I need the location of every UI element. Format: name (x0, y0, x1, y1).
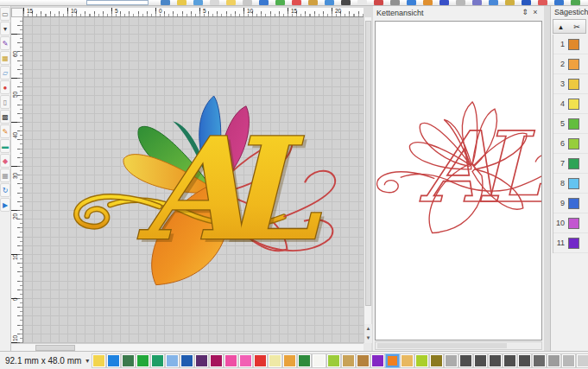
toolbar-icon-fragment[interactable] (275, 0, 285, 5)
toolbar-icon-fragment[interactable] (259, 0, 269, 5)
toolbar-icon-fragment[interactable] (177, 0, 187, 5)
toolbar-icon-fragment[interactable] (407, 0, 416, 5)
toolbar-icon-fragment[interactable] (554, 0, 564, 5)
palette-swatch[interactable] (533, 354, 546, 367)
palette-swatch[interactable] (371, 354, 384, 367)
toolbar-icon-fragment[interactable] (522, 0, 531, 5)
palette-swatch[interactable] (518, 354, 531, 367)
outline-horizontal-scrollbar[interactable] (375, 341, 542, 350)
thread-color-row[interactable]: 3 (553, 74, 588, 94)
scroll-up-icon[interactable]: ▲ (364, 324, 372, 334)
palette-swatch[interactable] (327, 354, 340, 367)
outline-hscroll-thumb[interactable] (377, 343, 507, 348)
palette-swatch[interactable] (547, 354, 560, 367)
thread-color-row[interactable]: 2 (553, 54, 588, 74)
canvas-horizontal-scrollbar[interactable] (11, 343, 364, 351)
outline-preview[interactable]: AL (375, 21, 542, 340)
toolbar-icon-fragment[interactable] (489, 0, 498, 5)
palette-icon[interactable]: ▦ (0, 51, 10, 65)
scroll-down-icon[interactable]: ▼ (364, 334, 372, 343)
palette-swatch[interactable] (474, 354, 487, 367)
dock-toggle-icon[interactable]: ⇕ (520, 8, 530, 18)
toolbar-icon-fragment[interactable] (308, 0, 318, 5)
palette-swatch[interactable] (430, 354, 443, 367)
toolbar-icon-fragment[interactable] (374, 0, 383, 5)
monogram[interactable]: AL (137, 106, 322, 271)
toolbar-icon-fragment[interactable] (357, 0, 367, 5)
color-panel-toolbar[interactable]: ▴✂ (553, 19, 586, 34)
palette-swatch[interactable] (459, 354, 472, 367)
left-toolbar[interactable]: ▭▾✎▦▱●▯▩✎▬◆▦↻▶ (0, 6, 11, 351)
palette-swatch[interactable] (180, 354, 193, 367)
toolbar-icon-fragment[interactable] (423, 0, 433, 5)
palette-swatch[interactable] (224, 354, 237, 367)
thread-color-swatch[interactable] (568, 238, 579, 249)
toolbar-icon-fragment[interactable] (439, 0, 449, 5)
toolbar-icon-fragment[interactable] (456, 0, 465, 5)
canvas-vertical-scrollbar[interactable]: ▲ ▼ (364, 17, 371, 343)
toolbar-icon-fragment[interactable] (226, 0, 236, 5)
eraser-icon[interactable]: ▬ (0, 139, 10, 153)
palette-swatch[interactable] (386, 354, 399, 367)
record-icon[interactable]: ● (0, 80, 10, 94)
palette-swatch[interactable] (195, 354, 208, 367)
palette-swatch[interactable] (445, 354, 458, 367)
vscroll-thumb[interactable] (365, 21, 371, 306)
thread-color-row[interactable]: 4 (553, 94, 588, 114)
palette-swatch[interactable] (489, 354, 502, 367)
thread-spool-icon[interactable]: ▴ (559, 22, 563, 31)
thread-color-row[interactable]: 5 (553, 114, 588, 134)
top-toolbar[interactable] (0, 0, 588, 6)
thread-color-swatch[interactable] (568, 178, 579, 189)
thread-color-swatch[interactable] (568, 99, 579, 110)
palette-swatch[interactable] (342, 354, 355, 367)
refresh-icon[interactable]: ↻ (0, 183, 10, 197)
palette-swatch[interactable] (107, 354, 120, 367)
thread-color-row[interactable]: 11 (553, 233, 588, 253)
toolbar-icon-fragment[interactable] (472, 0, 482, 5)
grid-icon[interactable]: ▦ (0, 169, 10, 182)
hscroll-thumb[interactable] (35, 345, 75, 351)
thread-color-row[interactable]: 7 (553, 154, 588, 174)
toolbar-icon-fragment[interactable] (341, 0, 351, 5)
palette-swatch[interactable] (239, 354, 252, 367)
toolbar-combobox[interactable] (86, 0, 149, 5)
toolbar-icon-fragment[interactable] (193, 0, 203, 5)
palette-swatch[interactable] (254, 354, 267, 367)
palette-swatch[interactable] (92, 354, 105, 367)
toolbar-icon-fragment[interactable] (292, 0, 301, 5)
palette-swatch[interactable] (577, 354, 588, 367)
thread-palette[interactable] (92, 354, 588, 367)
selection-box-icon[interactable]: ▭ (0, 7, 10, 21)
arrow-icon[interactable]: ▶ (0, 198, 10, 212)
thread-color-row[interactable]: 9 (553, 194, 588, 213)
chevron-down-icon[interactable]: ▾ (85, 357, 89, 365)
thread-color-row[interactable]: 10 (553, 213, 588, 233)
stamp-icon[interactable]: ◆ (0, 154, 10, 168)
palette-swatch[interactable] (415, 354, 428, 367)
brush-icon[interactable]: ✎ (0, 36, 10, 50)
toolbar-icon-fragment[interactable] (325, 0, 334, 5)
outline-panel-header[interactable]: Kettenansicht ⇕ × (373, 6, 544, 20)
toolbar-icon-fragment[interactable] (505, 0, 515, 5)
palette-swatch[interactable] (298, 354, 311, 367)
palette-swatch[interactable] (562, 354, 575, 367)
design-canvas[interactable]: AL AL (23, 17, 364, 343)
toolbar-icon-fragment[interactable] (161, 0, 170, 5)
thread-color-swatch[interactable] (568, 59, 579, 70)
palette-swatch[interactable] (151, 354, 164, 367)
palette-swatch[interactable] (313, 354, 326, 367)
thread-color-swatch[interactable] (568, 158, 579, 169)
thread-color-swatch[interactable] (568, 79, 579, 90)
thread-color-row[interactable]: 8 (553, 174, 588, 194)
thread-color-swatch[interactable] (568, 39, 579, 50)
thread-color-swatch[interactable] (568, 218, 579, 229)
toolbar-icon-fragment[interactable] (210, 0, 219, 5)
palette-swatch[interactable] (357, 354, 370, 367)
dropdown-icon[interactable]: ▾ (0, 22, 10, 35)
toolbar-icon-fragment[interactable] (538, 0, 547, 5)
palette-swatch[interactable] (136, 354, 149, 367)
toolbar-icon-fragment[interactable] (390, 0, 400, 5)
palette-swatch[interactable] (210, 354, 223, 367)
document-icon[interactable]: ▯ (0, 95, 10, 109)
